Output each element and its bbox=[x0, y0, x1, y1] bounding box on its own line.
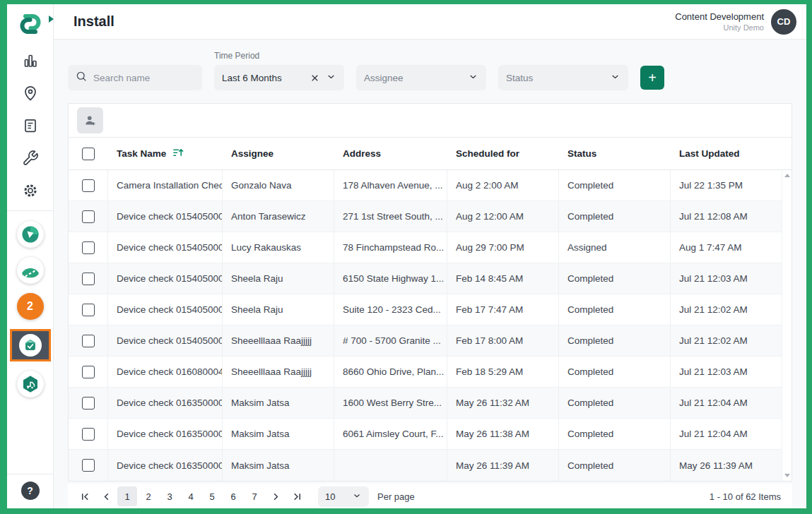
status-placeholder: Status bbox=[506, 73, 604, 83]
scroll-down-icon[interactable] bbox=[784, 474, 790, 477]
table-row[interactable]: Device check 01540500021 Sheeelllaaa Raa… bbox=[69, 325, 782, 357]
table-row[interactable]: Device check 01540500020 Lucy Rakauskas … bbox=[69, 232, 782, 263]
page-button-3[interactable]: 3 bbox=[160, 486, 180, 506]
row-checkbox[interactable] bbox=[82, 428, 95, 441]
scheduled-cell: Aug 2 2:00 AM bbox=[447, 170, 559, 201]
table-row[interactable]: Device check 016350000 Maksim Jatsa 6061… bbox=[69, 419, 782, 450]
scroll-up-icon[interactable] bbox=[784, 174, 790, 177]
status-group: Status bbox=[498, 65, 628, 90]
column-header-scheduled-for[interactable]: Scheduled for bbox=[447, 148, 559, 159]
help-button[interactable]: ? bbox=[21, 482, 40, 500]
status-cell: Completed bbox=[559, 450, 671, 481]
page-title: Install bbox=[73, 13, 114, 30]
row-checkbox[interactable] bbox=[82, 459, 95, 472]
assignee-cell: Maksim Jatsa bbox=[223, 419, 334, 449]
status-chevron-down-icon[interactable] bbox=[610, 71, 620, 85]
first-page-button[interactable] bbox=[75, 486, 95, 506]
task-name-cell: Device check 01540500021 bbox=[108, 294, 223, 325]
table-row[interactable]: Device check 01540500021 Sheela Raju Sui… bbox=[69, 294, 782, 325]
row-checkbox[interactable] bbox=[82, 304, 95, 316]
page-button-2[interactable]: 2 bbox=[139, 486, 158, 506]
per-page-chevron-down-icon bbox=[352, 491, 362, 503]
status-cell: Completed bbox=[559, 325, 671, 356]
table-row[interactable]: Device check 01540500020 Anton Tarasewic… bbox=[69, 201, 782, 232]
gear-icon[interactable] bbox=[22, 182, 39, 199]
table-row[interactable]: Device check 01540500021 Sheela Raju 615… bbox=[69, 263, 782, 294]
wrench-icon[interactable] bbox=[22, 150, 39, 167]
page-button-1[interactable]: 1 bbox=[117, 486, 137, 506]
avatar-initials: CD bbox=[777, 16, 791, 27]
page-button-5[interactable]: 5 bbox=[202, 486, 222, 506]
row-checkbox[interactable] bbox=[82, 273, 95, 285]
address-cell: 271 1st Street South, ... bbox=[334, 201, 447, 232]
task-name-cell: Device check 01540500021 bbox=[108, 263, 223, 294]
assignee-group: Assignee bbox=[356, 65, 486, 90]
scheduled-cell: May 26 11:38 AM bbox=[447, 419, 559, 449]
column-header-address[interactable]: Address bbox=[334, 148, 447, 159]
app-install-check-selected[interactable] bbox=[10, 329, 51, 361]
assignee-cell: Anton Tarasewicz bbox=[223, 201, 334, 232]
address-cell: 8660 Ohio Drive, Plan... bbox=[334, 357, 447, 387]
analytics-bar-chart-icon[interactable] bbox=[22, 52, 39, 69]
assignee-select[interactable]: Assignee bbox=[356, 65, 486, 90]
column-header-assignee[interactable]: Assignee bbox=[223, 148, 334, 159]
time-period-clear-icon[interactable] bbox=[310, 73, 320, 83]
per-page-select[interactable]: 10 bbox=[318, 486, 369, 507]
address-cell: 1600 West Berry Stre... bbox=[334, 388, 447, 418]
table-rows: Camera Installation Check Gonzalo Nava 1… bbox=[69, 170, 782, 481]
assignee-cell: Sheeelllaaa Raajjjjj bbox=[223, 357, 334, 387]
app-notification-badge[interactable]: 2 bbox=[17, 293, 44, 320]
page-button-4[interactable]: 4 bbox=[181, 486, 201, 506]
status-cell: Completed bbox=[559, 419, 671, 449]
table-row[interactable]: Device check 016350000 Maksim Jatsa May … bbox=[69, 450, 782, 481]
scheduled-cell: Aug 2 12:00 AM bbox=[447, 201, 559, 232]
app-swirl-icon[interactable] bbox=[17, 221, 44, 248]
scheduled-cell: Aug 29 7:00 PM bbox=[447, 232, 559, 263]
row-checkbox[interactable] bbox=[82, 366, 95, 378]
sidebar: 2 bbox=[7, 4, 54, 508]
previous-page-button[interactable] bbox=[96, 486, 116, 506]
column-header-status[interactable]: Status bbox=[559, 148, 671, 159]
sort-ascending-icon[interactable] bbox=[172, 147, 184, 161]
table-scrollbar[interactable] bbox=[782, 170, 792, 481]
page-button-7[interactable]: 7 bbox=[245, 486, 264, 506]
column-header-last-updated[interactable]: Last Updated bbox=[671, 148, 782, 159]
pagination-bar: 1 2 3 4 5 6 7 10 Per pa bbox=[68, 484, 792, 508]
assignee-chevron-down-icon[interactable] bbox=[468, 71, 478, 85]
time-period-chevron-down-icon[interactable] bbox=[326, 71, 336, 85]
add-task-button[interactable]: + bbox=[640, 66, 664, 90]
scheduled-cell: May 26 11:32 AM bbox=[447, 388, 559, 418]
row-checkbox[interactable] bbox=[82, 241, 95, 254]
row-checkbox[interactable] bbox=[82, 210, 95, 223]
avatar[interactable]: CD bbox=[771, 9, 796, 35]
status-select[interactable]: Status bbox=[498, 65, 628, 90]
last-updated-cell: Jul 21 12:08 AM bbox=[671, 201, 782, 232]
table-row[interactable]: Device check 016350000 Maksim Jatsa 1600… bbox=[69, 388, 782, 419]
row-checkbox[interactable] bbox=[82, 335, 95, 347]
app-warehouse-icon[interactable] bbox=[17, 371, 44, 398]
address-cell bbox=[334, 450, 447, 481]
time-period-value: Last 6 Months bbox=[222, 73, 304, 83]
scheduled-cell: Feb 18 5:29 AM bbox=[447, 357, 559, 387]
sidebar-nav bbox=[22, 52, 39, 199]
sidebar-expand-icon[interactable] bbox=[49, 16, 54, 23]
table-row[interactable]: Device check 016080004 Sheeelllaaa Raajj… bbox=[69, 357, 782, 388]
assignee-placeholder: Assignee bbox=[364, 73, 462, 83]
last-page-button[interactable] bbox=[287, 486, 307, 506]
per-page-value: 10 bbox=[325, 491, 348, 502]
app-logo-icon[interactable] bbox=[16, 10, 45, 38]
next-page-button[interactable] bbox=[266, 486, 286, 506]
select-all-checkbox[interactable] bbox=[82, 148, 95, 160]
location-pin-icon[interactable] bbox=[22, 85, 39, 102]
row-checkbox[interactable] bbox=[82, 179, 95, 192]
search-input[interactable]: Search name bbox=[68, 65, 202, 90]
time-period-select[interactable]: Last 6 Months bbox=[214, 65, 344, 90]
assign-user-button[interactable] bbox=[77, 107, 103, 133]
table-row[interactable]: Camera Installation Check Gonzalo Nava 1… bbox=[69, 170, 782, 201]
form-document-icon[interactable] bbox=[22, 117, 39, 134]
row-checkbox[interactable] bbox=[82, 397, 95, 410]
column-header-task-name[interactable]: Task Name bbox=[108, 147, 223, 161]
app-road-icon[interactable] bbox=[17, 257, 44, 284]
select-all-cell bbox=[69, 148, 108, 160]
page-button-6[interactable]: 6 bbox=[223, 486, 243, 506]
